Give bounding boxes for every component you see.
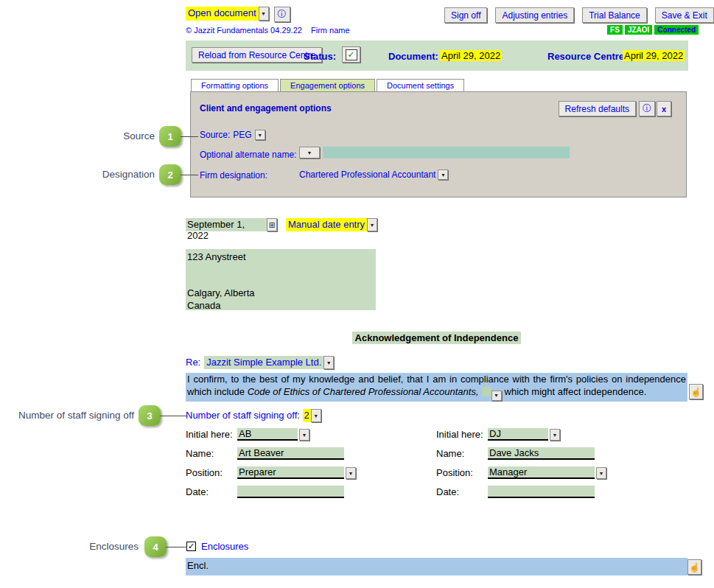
encl-text: Encl. xyxy=(187,560,209,571)
paragraph-hand-icon[interactable]: ☝ xyxy=(689,384,703,399)
callout-label-designation: Designation xyxy=(44,169,155,180)
callout-label-enclosures: Enclosures xyxy=(4,541,139,552)
connected-badge: Connected xyxy=(654,25,699,35)
enclosures-label: Enclosures xyxy=(201,541,248,552)
initial-field[interactable]: DJ xyxy=(488,428,548,441)
firm-designation-value-group: Chartered Professional Accountant ▼ xyxy=(299,169,448,180)
firm-designation-value: Chartered Professional Accountant xyxy=(299,169,435,180)
name-label: Name: xyxy=(436,448,464,459)
callout-line xyxy=(181,136,198,137)
initial-dropdown-icon[interactable]: ▼ xyxy=(550,429,560,441)
name-field[interactable]: Art Beaver xyxy=(237,447,344,460)
staff-count-value[interactable]: 2 xyxy=(303,409,311,422)
tab-formatting-options[interactable]: Formatting options xyxy=(191,79,279,91)
address-line: Canada xyxy=(186,300,376,312)
name-label: Name: xyxy=(186,448,214,459)
trial-balance-button[interactable]: Trial Balance xyxy=(582,7,647,23)
tab-document-settings[interactable]: Document settings xyxy=(377,79,464,91)
tab-engagement-options[interactable]: Engagement options xyxy=(280,79,375,91)
open-document-menu[interactable]: Open document xyxy=(186,7,259,21)
jzaoi-badge: JZAOI xyxy=(625,25,652,35)
document-date-label: Document: xyxy=(388,51,438,62)
toolbar-buttons: Sign off Adjusting entries Trial Balance… xyxy=(444,7,714,23)
firm-designation-dropdown-icon[interactable]: ▼ xyxy=(438,169,448,180)
options-tabs: Formatting options Engagement options Do… xyxy=(191,79,464,91)
callout-label-source: Source xyxy=(44,130,155,141)
sign-off-button[interactable]: Sign off xyxy=(444,7,487,23)
client-name-select[interactable]: Jazzit Simple Example Ltd. xyxy=(204,356,323,369)
status-label: Status: xyxy=(304,51,336,62)
app-window: Open document ▼ ⓘ Sign off Adjusting ent… xyxy=(0,0,714,588)
info-icon[interactable]: ⓘ xyxy=(274,7,290,22)
calendar-icon[interactable]: ⊞ xyxy=(267,218,277,231)
name-field[interactable]: Dave Jacks xyxy=(488,447,595,460)
source-dropdown-icon[interactable]: ▼ xyxy=(255,130,265,140)
resource-centre-label: Resource Centre: xyxy=(547,51,627,62)
callout-badge-4: 4 xyxy=(144,536,167,557)
address-line xyxy=(186,276,376,287)
heading-row: Acknowledgement of Independence xyxy=(186,332,687,343)
source-row: Source: PEG ▼ xyxy=(200,130,265,140)
independence-paragraph: I confirm, to the best of my knowledge a… xyxy=(186,373,687,402)
status-check-icon: ✓ xyxy=(346,49,357,60)
standards-dropdown-value[interactable] xyxy=(482,387,491,396)
date-mode-select[interactable]: Manual date entry xyxy=(286,218,367,231)
date-signed-field[interactable] xyxy=(237,486,344,498)
callout-line xyxy=(181,175,198,175)
standards-dropdown-icon[interactable]: ▼ xyxy=(491,391,502,401)
callout-badge-3: 3 xyxy=(139,405,161,426)
staff-count-dropdown-icon[interactable]: ▼ xyxy=(311,409,321,422)
re-label: Re: xyxy=(186,356,200,369)
status-check-button[interactable]: ✓ xyxy=(342,46,360,63)
staff-count-row: Number of staff signing off: 2 ▼ xyxy=(186,409,321,422)
callout-label-staff: Number of staff signing off xyxy=(0,410,134,421)
date-signed-field[interactable] xyxy=(488,486,595,498)
date-mode-dropdown-icon[interactable]: ▼ xyxy=(367,218,377,231)
refresh-defaults-button[interactable]: Refresh defaults xyxy=(559,101,636,116)
enclosures-text-area[interactable]: Encl. xyxy=(186,558,687,575)
position-field[interactable]: Manager xyxy=(488,466,595,479)
enclosures-hand-icon[interactable]: ☝ xyxy=(687,559,701,575)
firm-designation-label: Firm designation: xyxy=(200,170,267,181)
open-document-group: Open document ▼ ⓘ xyxy=(186,7,290,22)
alt-name-input[interactable] xyxy=(323,147,570,158)
date-label: Date: xyxy=(186,486,209,497)
address-line: Calgary, Alberta xyxy=(186,287,376,299)
re-row: Re: Jazzit Simple Example Ltd. ▼ xyxy=(186,356,334,369)
position-dropdown-icon[interactable]: ▼ xyxy=(596,467,606,479)
initial-label: Initial here: xyxy=(186,429,233,440)
date-label: Date: xyxy=(436,486,459,497)
save-exit-button[interactable]: Save & Exit xyxy=(655,7,714,23)
reload-resource-centre-button[interactable]: Reload from Resource Centre xyxy=(192,47,322,63)
initial-label: Initial here: xyxy=(436,429,483,440)
client-name-dropdown-icon[interactable]: ▼ xyxy=(323,356,334,369)
date-field[interactable]: September 1, 2022 xyxy=(186,218,267,231)
position-dropdown-icon[interactable]: ▼ xyxy=(346,467,356,479)
open-document-dropdown-icon[interactable]: ▼ xyxy=(259,7,269,21)
source-value: PEG xyxy=(233,130,251,140)
position-label: Position: xyxy=(436,467,473,478)
callout-badge-2: 2 xyxy=(159,164,181,185)
panel-title: Client and engagement options xyxy=(200,103,332,113)
engagement-options-panel: Client and engagement options Refresh de… xyxy=(190,91,687,197)
panel-close-icon[interactable]: x xyxy=(657,101,671,116)
alt-name-dropdown-icon[interactable]: ▼ xyxy=(299,147,320,158)
callout-badge-1: 1 xyxy=(159,126,181,147)
initial-dropdown-icon[interactable]: ▼ xyxy=(299,429,309,441)
adjusting-entries-button[interactable]: Adjusting entries xyxy=(495,7,574,23)
paragraph-italic-text: Code of Ethics of Chartered Professional… xyxy=(248,386,479,397)
position-field[interactable]: Preparer xyxy=(237,466,344,479)
enclosures-checkbox[interactable]: ✓ xyxy=(186,542,196,551)
firm-name-text: Firm name xyxy=(311,26,350,35)
page-title: Acknowledgement of Independence xyxy=(352,332,522,344)
document-date-value: April 29, 2022 xyxy=(440,50,502,61)
address-block[interactable]: 123 Anystreet Calgary, Alberta Canada xyxy=(186,249,376,310)
copyright-text: © Jazzit Fundamentals 04.29.22 xyxy=(186,26,302,35)
standards-dropdown[interactable]: ▼ xyxy=(482,386,502,397)
panel-info-icon[interactable]: ⓘ xyxy=(639,101,655,116)
alt-name-label: Optional alternate name: xyxy=(200,150,296,160)
enclosures-row: ✓ Enclosures xyxy=(186,541,248,552)
initial-field[interactable]: AB xyxy=(237,428,298,441)
resource-centre-date-value: April 29, 2022 xyxy=(623,50,685,61)
firm-designation-row: Firm designation: xyxy=(200,169,267,181)
